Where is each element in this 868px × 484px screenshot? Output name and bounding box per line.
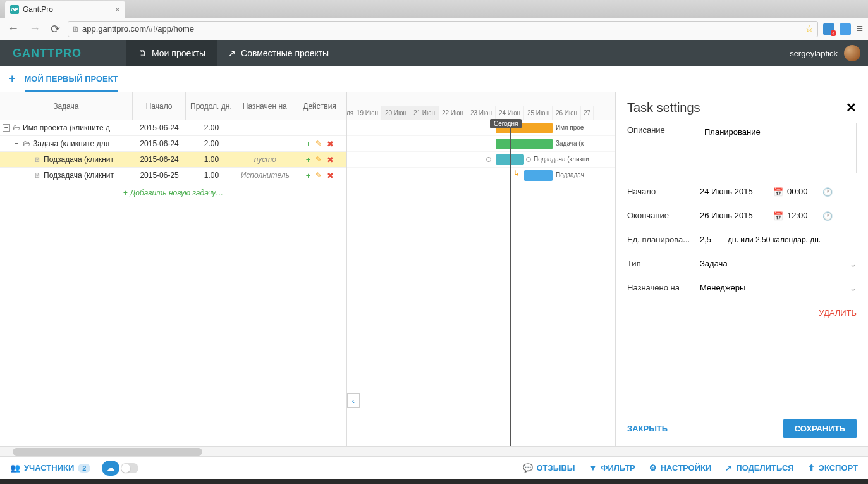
logo-text-2: PRO [55,47,82,59]
tab-shared-projects[interactable]: ↗ Совместные проекты [217,40,340,66]
horizontal-scrollbar[interactable] [0,446,868,456]
project-bar: + МОЙ ПЕРВЫЙ ПРОЕКТ [0,66,868,92]
filter-icon: ▼ [589,463,597,473]
save-button[interactable]: СОХРАНИТЬ [783,419,857,438]
extension-twitter-icon[interactable] [840,23,851,35]
del-icon[interactable]: ✖ [327,171,334,180]
gantt-day: 23 Июн [467,106,496,120]
start-date-input[interactable] [700,184,769,199]
gantt-bar-subtask[interactable] [524,170,553,181]
project-tab[interactable]: МОЙ ПЕРВЫЙ ПРОЕКТ [25,74,118,92]
reload-icon[interactable]: ⟳ [48,21,63,37]
feedback-button[interactable]: 💬ОТЗЫВЫ [523,463,575,473]
url-bar[interactable]: 🗎 app.ganttpro.com/#!/app/home ☆ [68,21,818,37]
add-task-button[interactable]: + Добавить новую задачу… [0,183,346,202]
table-row[interactable]: 🗎Подзадача (кликнит2015-06-241.00пусто+✎… [0,152,346,168]
cloud-toggle[interactable]: ☁ [102,461,138,476]
edit-icon[interactable]: ✎ [315,155,322,164]
unit-suffix: дн. или 2.50 календар. дн. [728,235,821,244]
label: ФИЛЬТР [601,463,635,473]
avatar [844,45,860,61]
back-icon[interactable]: ← [5,21,21,37]
add-icon[interactable]: + [306,139,311,149]
close-icon[interactable]: ✕ [846,100,857,115]
end-time-input[interactable] [787,208,819,223]
add-icon[interactable]: + [306,155,311,164]
gantt-day: 27 [581,106,594,120]
grid-body: −🗁Имя проекта (кликните д2015-06-242.00−… [0,120,346,446]
clock-icon[interactable]: 🕐 [822,187,833,197]
gantt-day: 22 Июн [439,106,467,120]
cancel-button[interactable]: ЗАКРЫТЬ [627,424,668,433]
unit-input[interactable] [700,232,725,247]
cell-duration: 2.00 [186,123,236,132]
table-row[interactable]: −🗁Имя проекта (кликните д2015-06-242.00 [0,120,346,136]
link-arrow-icon: ↳ [513,169,520,178]
filter-button[interactable]: ▼ФИЛЬТР [589,463,635,473]
col-duration: Продол. дн. [186,92,236,120]
del-icon[interactable]: ✖ [327,155,334,164]
participants-button[interactable]: 👥 УЧАСТНИКИ 2 [10,463,90,473]
participants-count: 2 [78,464,90,473]
logo-text-1: GANTT [13,47,55,59]
cell-duration: 1.00 [186,155,237,164]
label: ЭКСПОРТ [819,463,858,473]
expander-icon[interactable]: − [13,140,20,147]
tab-title: GanttPro [23,5,53,14]
cell-duration: 2.00 [186,139,236,148]
end-date-input[interactable] [700,208,769,223]
task-name: Подзадача (кликнит [44,155,114,164]
calendar-icon[interactable]: 📅 [773,187,783,197]
forward-icon[interactable]: → [27,21,43,37]
toggle-track[interactable] [121,463,138,473]
expander-icon[interactable]: − [3,124,10,132]
task-grid: Задача Начало Продол. дн. Назначен на Де… [0,92,347,446]
toggle-thumb [121,464,130,473]
bookmark-star-icon[interactable]: ☆ [805,23,814,35]
browser-nav-bar: ← → ⟳ 🗎 app.ganttpro.com/#!/app/home ☆ ≡ [0,18,868,40]
gantt-bar-label: Задача (к [556,140,584,147]
add-project-button[interactable]: + [9,72,16,85]
table-row[interactable]: 🗎Подзадача (кликнит2015-06-251.00Исполни… [0,168,346,183]
description-input[interactable] [700,123,857,173]
chevron-down-icon[interactable]: ⌄ [850,283,857,293]
cell-start: 2015-06-24 [133,123,186,132]
edit-icon[interactable]: ✎ [315,139,322,149]
gantt-day: 21 Июн [410,106,439,120]
collapse-grid-button[interactable]: ‹ [347,393,360,408]
main-area: Задача Начало Продол. дн. Назначен на Де… [0,92,868,446]
scrollbar-thumb[interactable] [13,448,202,456]
browser-menu-icon[interactable]: ≡ [856,22,863,35]
assigned-select[interactable] [700,280,846,295]
page-icon: 🗎 [72,25,80,34]
document-icon: 🗎 [138,48,147,58]
logo[interactable]: GANTTPRO [0,47,126,60]
tab-close-icon[interactable]: × [115,4,120,15]
type-select[interactable] [700,256,846,271]
edit-icon[interactable]: ✎ [315,171,322,180]
milestone-icon[interactable] [486,157,491,162]
browser-tab[interactable]: GP GanttPro × [5,1,125,18]
cell-actions: +✎✖ [293,171,346,180]
label: ОТЗЫВЫ [537,463,575,473]
del-icon[interactable]: ✖ [327,139,334,149]
extension-icon[interactable] [823,23,834,35]
gantt-bar-task[interactable] [496,139,553,149]
clock-icon[interactable]: 🕐 [822,211,833,221]
share-button[interactable]: ↗ПОДЕЛИТЬСЯ [725,463,793,473]
table-row[interactable]: −🗁Задача (кликните для2015-06-242.00+✎✖ [0,136,346,152]
milestone-icon[interactable] [526,157,531,162]
delete-button[interactable]: УДАЛИТЬ [819,308,857,318]
today-label: Сегодня [490,119,522,128]
tab-label: Мои проекты [152,48,205,58]
gantt-day: 24 Июн [496,106,524,120]
user-menu[interactable]: sergeylaptick [790,45,868,61]
start-time-input[interactable] [787,184,819,199]
export-button[interactable]: ⬆ЭКСПОРТ [808,463,858,473]
chevron-down-icon[interactable]: ⌄ [850,259,857,269]
calendar-icon[interactable]: 📅 [773,211,783,221]
tab-my-projects[interactable]: 🗎 Мои проекты [126,40,217,66]
settings-button[interactable]: ⚙НАСТРОЙКИ [649,463,712,473]
add-icon[interactable]: + [306,171,311,180]
app-header: GANTTPRO 🗎 Мои проекты ↗ Совместные прое… [0,40,868,66]
